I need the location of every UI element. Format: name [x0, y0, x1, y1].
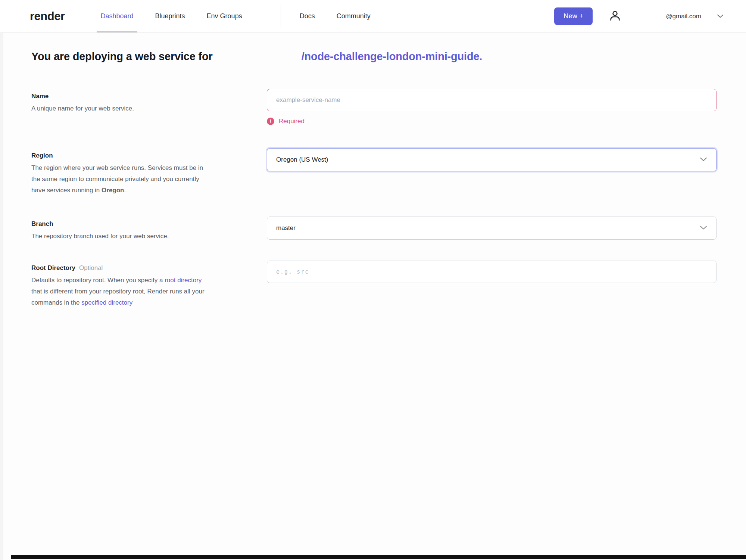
root-directory-description: Defaults to repository root. When you sp…: [31, 275, 210, 308]
window-left-edge: [0, 0, 3, 560]
chevron-down-icon: [717, 13, 724, 20]
service-name-input[interactable]: [267, 89, 717, 111]
region-description: The region where your web service runs. …: [31, 162, 210, 196]
nav-item-community-label: Community: [337, 12, 371, 20]
top-navigation-bar: render Dashboard Blueprints Env Groups D…: [0, 0, 746, 33]
nav-divider: [281, 5, 281, 28]
header-right-controls: New + @gmail.com: [554, 7, 724, 25]
primary-nav: Dashboard Blueprints Env Groups Docs Com…: [100, 0, 392, 32]
chevron-down-icon: [700, 224, 707, 232]
name-error: ! Required: [267, 118, 717, 125]
repo-link[interactable]: /node-challenge-london-mini-guide.: [302, 50, 483, 63]
nav-item-env-groups-label: Env Groups: [207, 12, 242, 20]
deploy-web-service-page: You are deploying a web service for /nod…: [0, 33, 746, 308]
render-logo[interactable]: render: [30, 10, 65, 23]
branch-description: The repository branch used for your web …: [31, 231, 210, 242]
redacted-repo-owner: [213, 56, 302, 60]
page-title: You are deploying a web service for /nod…: [31, 50, 746, 63]
branch-select-value: master: [276, 224, 296, 232]
nav-item-dashboard-label: Dashboard: [100, 12, 133, 20]
branch-field-row: Branch The repository branch used for yo…: [31, 217, 746, 242]
account-menu[interactable]: @gmail.com: [666, 13, 724, 20]
name-field-info: Name A unique name for your web service.: [31, 89, 210, 114]
active-tab-indicator: [97, 31, 137, 32]
root-directory-field-row: Root DirectoryOptional Defaults to repos…: [31, 261, 746, 308]
optional-badge: Optional: [79, 264, 103, 271]
region-label: Region: [31, 152, 210, 159]
deploy-form: Name A unique name for your web service.…: [31, 89, 746, 308]
person-icon: [608, 9, 622, 24]
chevron-down-icon: [700, 156, 707, 164]
name-description: A unique name for your web service.: [31, 103, 210, 114]
account-email: @gmail.com: [666, 13, 701, 20]
root-dir-desc-part1: Defaults to repository root. When you sp…: [31, 277, 165, 284]
root-directory-field-info: Root DirectoryOptional Defaults to repos…: [31, 261, 210, 308]
region-field-row: Region The region where your web service…: [31, 148, 746, 196]
name-error-text: Required: [279, 118, 305, 125]
nav-item-dashboard[interactable]: Dashboard: [100, 0, 133, 32]
branch-field-info: Branch The repository branch used for yo…: [31, 217, 210, 242]
root-directory-input[interactable]: [267, 261, 717, 283]
branch-label: Branch: [31, 220, 210, 228]
nav-item-blueprints-label: Blueprints: [155, 12, 185, 20]
root-directory-link[interactable]: root directory: [165, 277, 202, 284]
page-title-prefix: You are deploying a web service for: [31, 50, 213, 63]
bottom-window-edge: [11, 555, 746, 559]
nav-item-env-groups[interactable]: Env Groups: [207, 0, 242, 32]
region-description-part2: .: [124, 187, 126, 194]
region-description-oregon: Oregon: [102, 187, 124, 194]
error-exclamation-icon: !: [267, 118, 274, 125]
region-select-value: Oregon (US West): [276, 156, 328, 164]
root-directory-label: Root DirectoryOptional: [31, 264, 210, 272]
nav-item-community[interactable]: Community: [337, 0, 371, 32]
nav-item-docs[interactable]: Docs: [300, 0, 315, 32]
name-label: Name: [31, 93, 210, 100]
branch-select[interactable]: master: [267, 217, 717, 240]
nav-item-docs-label: Docs: [300, 12, 315, 20]
root-directory-label-text: Root Directory: [31, 264, 75, 271]
user-profile-button[interactable]: [608, 9, 622, 24]
name-field-row: Name A unique name for your web service.…: [31, 89, 746, 125]
specified-directory-link[interactable]: specified directory: [81, 299, 132, 306]
new-button[interactable]: New +: [554, 7, 593, 25]
region-field-info: Region The region where your web service…: [31, 148, 210, 196]
nav-item-blueprints[interactable]: Blueprints: [155, 0, 185, 32]
region-select[interactable]: Oregon (US West): [267, 148, 717, 171]
